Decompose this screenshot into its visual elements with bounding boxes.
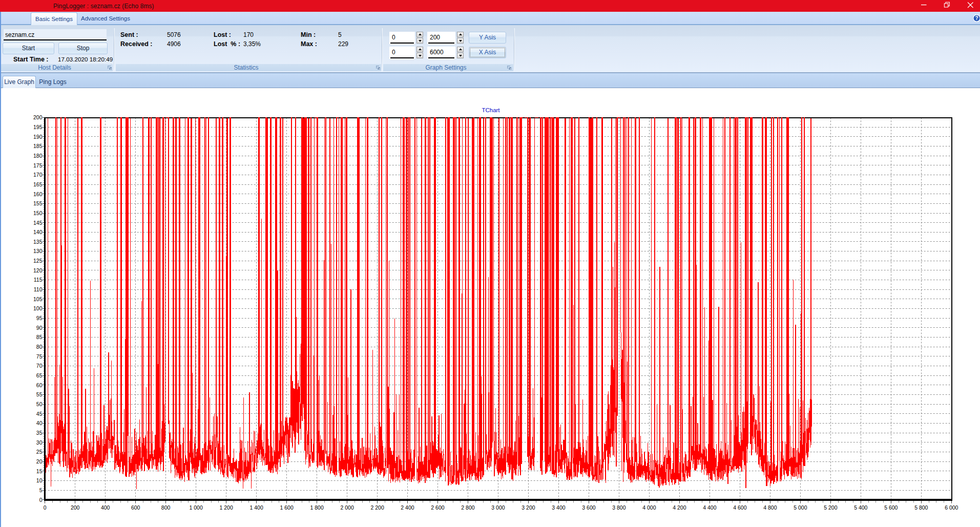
svg-text:190: 190: [33, 134, 43, 140]
svg-text:TChart: TChart: [482, 107, 500, 113]
svg-text:600: 600: [131, 504, 140, 511]
svg-text:45: 45: [36, 411, 43, 417]
svg-text:200: 200: [33, 114, 43, 120]
svg-text:3 400: 3 400: [552, 504, 565, 511]
svg-text:185: 185: [33, 143, 43, 149]
svg-text:50: 50: [36, 401, 43, 407]
svg-text:2 800: 2 800: [461, 504, 474, 511]
svg-text:95: 95: [36, 315, 43, 321]
svg-text:4 400: 4 400: [703, 504, 716, 511]
svg-text:170: 170: [33, 172, 43, 178]
svg-text:30: 30: [36, 439, 43, 446]
svg-text:105: 105: [33, 296, 43, 302]
svg-text:75: 75: [36, 353, 43, 360]
svg-text:135: 135: [33, 239, 43, 245]
svg-text:175: 175: [33, 162, 43, 168]
svg-text:2 000: 2 000: [340, 504, 353, 511]
svg-text:400: 400: [101, 504, 110, 511]
svg-text:160: 160: [33, 191, 43, 197]
svg-text:5 200: 5 200: [824, 504, 837, 511]
svg-text:1 400: 1 400: [249, 504, 263, 511]
svg-text:25: 25: [36, 449, 43, 455]
svg-text:?: ?: [975, 15, 978, 21]
svg-text:20: 20: [36, 458, 43, 465]
svg-text:65: 65: [36, 372, 43, 378]
svg-text:150: 150: [33, 210, 43, 216]
svg-text:4 000: 4 000: [642, 504, 656, 511]
svg-text:2 400: 2 400: [401, 504, 414, 511]
svg-text:10: 10: [36, 477, 43, 483]
svg-text:85: 85: [36, 334, 43, 340]
svg-text:800: 800: [161, 504, 171, 511]
svg-text:35: 35: [36, 430, 43, 436]
svg-text:2 200: 2 200: [370, 504, 384, 511]
svg-text:40: 40: [36, 420, 43, 426]
svg-text:70: 70: [36, 363, 43, 369]
svg-text:1 200: 1 200: [219, 504, 233, 511]
svg-text:115: 115: [34, 277, 43, 283]
svg-text:4 200: 4 200: [673, 504, 686, 511]
svg-text:4 600: 4 600: [733, 504, 746, 511]
svg-text:120: 120: [33, 267, 43, 273]
svg-text:130: 130: [33, 248, 43, 254]
svg-text:1 600: 1 600: [280, 504, 293, 511]
svg-text:5 800: 5 800: [914, 504, 928, 511]
svg-text:80: 80: [36, 344, 43, 350]
svg-text:3 000: 3 000: [491, 504, 505, 511]
svg-text:0: 0: [39, 497, 43, 503]
svg-text:5 600: 5 600: [884, 504, 898, 511]
svg-text:125: 125: [33, 258, 43, 264]
svg-text:100: 100: [33, 305, 43, 311]
svg-text:5: 5: [39, 487, 43, 493]
svg-text:140: 140: [33, 229, 43, 235]
svg-text:5 000: 5 000: [794, 504, 807, 511]
svg-text:200: 200: [71, 504, 80, 511]
svg-text:195: 195: [33, 124, 43, 130]
svg-text:165: 165: [33, 181, 43, 187]
svg-text:1 000: 1 000: [189, 504, 202, 511]
svg-text:3 800: 3 800: [612, 504, 625, 511]
svg-text:5 400: 5 400: [854, 504, 867, 511]
svg-text:3 600: 3 600: [582, 504, 595, 511]
svg-text:60: 60: [36, 382, 43, 388]
svg-text:2 600: 2 600: [431, 504, 444, 511]
svg-text:90: 90: [36, 325, 43, 331]
svg-text:3 200: 3 200: [522, 504, 535, 511]
svg-text:4 800: 4 800: [763, 504, 777, 511]
svg-text:110: 110: [34, 286, 43, 292]
svg-text:145: 145: [33, 220, 43, 226]
svg-text:15: 15: [36, 468, 43, 474]
svg-text:155: 155: [33, 200, 43, 206]
svg-text:180: 180: [33, 153, 43, 159]
svg-text:1 800: 1 800: [310, 504, 323, 511]
svg-text:0: 0: [44, 504, 47, 511]
svg-text:6 000: 6 000: [945, 504, 958, 511]
svg-text:55: 55: [36, 391, 43, 397]
